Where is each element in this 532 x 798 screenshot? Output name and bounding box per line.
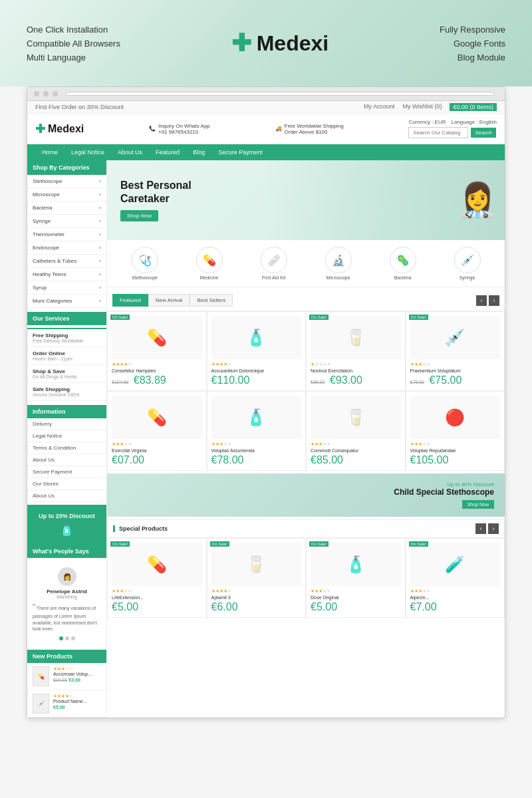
cat-syringe[interactable]: Syringe› [27,215,106,228]
product-7-stars: ★★★★★ [311,442,401,447]
new-product-1-price: €3.00 [68,678,80,682]
new-product-1-prices: €04.00 €3.00 [53,678,92,682]
hero-logo-text: Medexi [257,31,329,56]
main-content: Best PersonalCaretaker Shop Now 👩‍⚕️ 🩺 S… [107,160,505,718]
promo-banner: Up to 30% Discount Child Special Stethos… [107,473,505,517]
product-card-2: 🧴 ★★★★★ Accusantium Dolorenique €110.00 [207,311,307,391]
nav-home[interactable]: Home [35,144,65,160]
tab-arrow-next[interactable]: › [489,295,499,306]
cat-microscope[interactable]: Microscope› [27,188,106,201]
special-1-name: LifeExtension... [112,595,202,600]
nav-featured[interactable]: Featured [149,144,186,160]
testimonial-role: Marketing [33,595,101,599]
cat-catheters[interactable]: Catheters & Tubes› [27,255,106,268]
promo-btn[interactable]: Shop Now [462,500,494,509]
product-7-price: €85.00 [311,454,343,466]
tab-arrow-prev[interactable]: ‹ [476,295,487,306]
info-stores[interactable]: Our Stores [27,478,106,490]
special-2-badge: On Sale! [210,541,229,547]
medicine-icon: 💊 [196,247,223,273]
new-product-2-price: €5.00 [53,705,65,710]
hero-features-right: Fully Responsive Google Fonts Blog Modul… [440,25,505,63]
new-product-2-info: ★★★★☆ Product Name... €5.00 [53,694,87,714]
hero-features-left: One Click Installation Compatible All Br… [27,25,120,63]
search-button[interactable]: Search [471,128,495,138]
info-payment[interactable]: Secure Payment [27,466,106,478]
product-5-price-area: €07.00 [112,454,202,466]
language-selector[interactable]: Language : English [451,119,497,125]
my-account-link[interactable]: My Account [364,103,395,111]
special-1-img: 💊 [112,543,202,586]
new-product-1-name: Accumsan Volup... [53,672,92,676]
cat-stethoscope[interactable]: Stethoscope› [27,175,106,188]
new-product-1-img: 💊 [33,666,49,686]
categories-header: Shop By Categories [27,160,106,175]
dot-1[interactable] [59,636,63,640]
store-shipping: 🚚 Free Worldwide Shipping Order Above $1… [275,123,344,135]
search-input[interactable] [408,127,468,138]
product-1-badge: On Sale! [110,315,130,320]
tab-new-arrival[interactable]: New Arrival [148,294,190,307]
discount-banner: Up to 20% Discount 🧴 [27,505,106,545]
nav-legal[interactable]: Legal Notice [65,144,111,160]
sidebar: Shop By Categories Stethoscope› Microsco… [27,160,107,718]
info-about-2[interactable]: About Us [27,490,106,502]
product-2-stars: ★★★★★ [211,362,302,367]
nav-payment[interactable]: Secure Payment [211,144,269,160]
nav-about[interactable]: About Us [111,144,149,160]
browser-dot-1 [34,91,39,96]
cat-healthy[interactable]: Healthy Teens› [27,268,106,281]
wishlist-link[interactable]: My Wishlist (0) [402,103,442,111]
hero-banner-figure: 👩‍⚕️ [457,160,498,240]
cat-icon-firstaid[interactable]: 🩹 First Aid Kit [261,247,287,280]
categories-list: Stethoscope› Microscope› Bacteria› Syrin… [27,175,106,308]
info-delivery[interactable]: Delivery [27,418,106,430]
store-logo: ✚ Medexi [35,122,84,136]
stethoscope-icon: 🩺 [132,247,158,273]
product-4-img: 💉 [410,316,501,359]
cat-thermometer[interactable]: Thermometer› [27,228,106,241]
product-3-price-area: €98.00 €93.00 [311,374,401,386]
cat-icon-medicine[interactable]: 💊 Medicine [196,247,223,280]
header-right: Currency : EUR Language : English Search [408,119,497,138]
hero-nurse-icon: 👩‍⚕️ [457,181,498,219]
feature-4: Fully Responsive [440,25,505,35]
cat-icon-microscope[interactable]: 🔬 Microscope [325,247,352,280]
dot-3[interactable] [71,636,75,640]
cart-button[interactable]: €0.00 (0 Items) [450,103,497,111]
feature-1: One Click Installation [27,25,120,35]
cat-icon-stethoscope[interactable]: 🩺 Stethoscope [132,247,158,280]
tab-featured[interactable]: Featured [112,294,148,307]
cat-icon-bacteria[interactable]: 🦠 Bacteria [390,247,416,280]
currency-selector[interactable]: Currency : EUR [408,119,446,125]
hero-banner-btn[interactable]: Shop Now [120,210,158,221]
dot-2[interactable] [65,636,69,640]
special-product-grid: On Sale! 💊 ★★★★★ LifeExtension... €5.00 … [107,538,505,618]
top-bar-promo: First Five Order on 30% Discount [35,104,124,110]
special-arrow-next[interactable]: › [488,523,499,534]
cat-endoscope[interactable]: Endoscope› [27,241,106,255]
special-4-price: €7.00 [410,601,501,613]
info-about[interactable]: About Us [27,454,106,466]
store-nav: Home Legal Notice About Us Featured Blog… [27,144,505,160]
cat-more[interactable]: More Categories› [27,295,106,308]
section-title: Special Products [113,525,168,532]
feature-6: Blog Module [440,53,505,63]
new-product-2-stars: ★★★★☆ [53,694,87,699]
product-2-price-area: €110.00 [211,374,302,386]
info-terms[interactable]: Terms & Condition [27,442,106,454]
info-legal[interactable]: Legal Notice [27,430,106,442]
nav-blog[interactable]: Blog [186,144,211,160]
cat-bacteria[interactable]: Bacteria› [27,201,106,215]
product-6-stars: ★★★★★ [211,442,302,447]
hero-banner-text: Best PersonalCaretaker Shop Now [120,179,192,221]
cat-icon-syringe[interactable]: 💉 Syringe [454,247,481,280]
new-product-2: 💉 ★★★★☆ Product Name... €5.00 [27,690,106,718]
service-online: Order Online Hours: 8am - 11pm [27,347,106,365]
tab-best-sellers[interactable]: Best Sellers [190,294,233,307]
product-card-1: On Sale! 💊 ★★★★★ Consetetur Hampden €104… [107,311,207,391]
search-bar: Search [408,127,497,138]
microscope-icon: 🔬 [325,247,352,273]
cat-syrup[interactable]: Syrup› [27,281,106,295]
special-arrow-prev[interactable]: ‹ [475,523,486,534]
